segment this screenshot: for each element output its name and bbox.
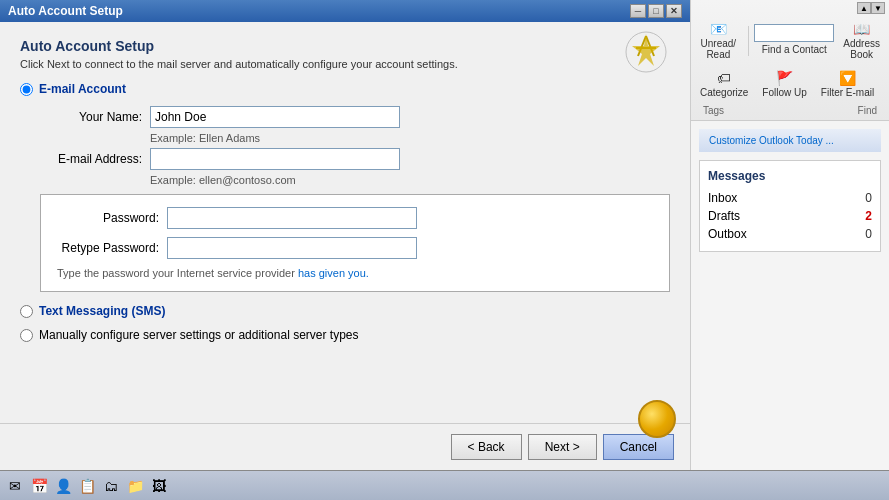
retype-password-row: Retype Password: xyxy=(57,237,653,259)
outlook-today-section: Customize Outlook Today ... Messages Inb… xyxy=(691,121,889,470)
email-address-row: E-mail Address: xyxy=(40,148,670,170)
email-account-option[interactable]: E-mail Account xyxy=(20,82,670,96)
your-name-input[interactable] xyxy=(150,106,400,128)
messages-title: Messages xyxy=(708,169,872,183)
taskbar-image-icon[interactable]: 🖼 xyxy=(148,475,170,497)
drafts-count: 2 xyxy=(865,209,872,223)
sms-option[interactable]: Text Messaging (SMS) xyxy=(20,304,670,318)
retype-password-label: Retype Password: xyxy=(57,241,167,255)
wizard-icon xyxy=(622,28,670,76)
cancel-button[interactable]: Cancel xyxy=(603,434,674,460)
dialog-content: Auto Account Setup Click Next to connect… xyxy=(0,22,690,423)
back-button[interactable]: < Back xyxy=(451,434,522,460)
taskbar-contacts-icon[interactable]: 👤 xyxy=(52,475,74,497)
maximize-button[interactable]: □ xyxy=(648,4,664,18)
email-address-hint: Example: ellen@contoso.com xyxy=(150,174,670,186)
password-box: Password: Retype Password: Type the pass… xyxy=(40,194,670,292)
messages-section: Messages Inbox 0 Drafts 2 Outbox 0 xyxy=(699,160,881,252)
separator-1 xyxy=(748,26,749,56)
outlook-today-header: Customize Outlook Today ... xyxy=(699,129,881,152)
dialog-title: Auto Account Setup xyxy=(8,4,123,18)
gold-coin-decoration xyxy=(638,400,676,438)
find-contact-button[interactable]: Find a Contact xyxy=(757,42,832,57)
dialog-subtitle: Click Next to connect to the mail server… xyxy=(20,58,670,70)
outbox-label: Outbox xyxy=(708,227,747,241)
outbox-count: 0 xyxy=(865,227,872,241)
dialog-area: Auto Account Setup ─ □ ✕ xyxy=(0,0,690,470)
email-address-input[interactable] xyxy=(150,148,400,170)
unread-read-icon: 📧 xyxy=(710,21,727,37)
follow-up-icon: 🚩 xyxy=(776,70,793,86)
filter-email-button[interactable]: 🔽 Filter E-mail xyxy=(816,67,879,101)
taskbar-notes-icon[interactable]: 🗂 xyxy=(100,475,122,497)
manual-option[interactable]: Manually configure server settings or ad… xyxy=(20,328,670,342)
right-panel: ▲ ▼ 📧 Unread/ Read Find a Contact 📖 xyxy=(690,0,889,470)
email-address-label: E-mail Address: xyxy=(40,152,150,166)
email-radio[interactable] xyxy=(20,83,33,96)
find-contact-input[interactable] xyxy=(754,24,834,42)
next-button[interactable]: Next > xyxy=(528,434,597,460)
password-row: Password: xyxy=(57,207,653,229)
inbox-label: Inbox xyxy=(708,191,737,205)
password-label: Password: xyxy=(57,211,167,225)
taskbar: ✉ 📅 👤 📋 🗂 📁 🖼 xyxy=(0,470,889,500)
your-name-row: Your Name: xyxy=(40,106,670,128)
toolbar-row-2: 🏷 Categorize 🚩 Follow Up 🔽 Filter E-mail xyxy=(695,65,885,103)
drafts-label: Drafts xyxy=(708,209,740,223)
tags-section-label: Tags xyxy=(699,103,728,118)
manual-label[interactable]: Manually configure server settings or ad… xyxy=(39,328,359,342)
svg-marker-4 xyxy=(632,34,660,66)
minimize-button[interactable]: ─ xyxy=(630,4,646,18)
taskbar-calendar-icon[interactable]: 📅 xyxy=(28,475,50,497)
customize-button[interactable]: Customize Outlook Today ... xyxy=(709,135,834,146)
filter-email-icon: 🔽 xyxy=(839,70,856,86)
your-name-hint: Example: Ellen Adams xyxy=(150,132,670,144)
taskbar-folder-icon[interactable]: 📁 xyxy=(124,475,146,497)
password-hint: Type the password your Internet service … xyxy=(57,267,653,279)
close-button[interactable]: ✕ xyxy=(666,4,682,18)
inbox-row: Inbox 0 xyxy=(708,189,872,207)
toolbar-row-1: 📧 Unread/ Read Find a Contact 📖 Address … xyxy=(695,16,885,65)
password-input[interactable] xyxy=(167,207,417,229)
dialog-main-title: Auto Account Setup xyxy=(20,38,670,54)
right-toolbar: ▲ ▼ 📧 Unread/ Read Find a Contact 📖 xyxy=(691,0,889,121)
your-name-label: Your Name: xyxy=(40,110,150,124)
dialog-footer: < Back Next > Cancel xyxy=(0,423,690,470)
outbox-row: Outbox 0 xyxy=(708,225,872,243)
drafts-row: Drafts 2 xyxy=(708,207,872,225)
unread-read-button[interactable]: 📧 Unread/ Read xyxy=(695,18,742,63)
scroll-up-button[interactable]: ▲ xyxy=(857,2,871,14)
find-section-label: Find xyxy=(854,103,881,118)
taskbar-tasks-icon[interactable]: 📋 xyxy=(76,475,98,497)
email-form-section: Your Name: Example: Ellen Adams E-mail A… xyxy=(40,106,670,292)
manual-radio[interactable] xyxy=(20,329,33,342)
email-account-label[interactable]: E-mail Account xyxy=(39,82,126,96)
categorize-button[interactable]: 🏷 Categorize xyxy=(695,67,753,101)
categorize-icon: 🏷 xyxy=(717,70,731,86)
dialog-titlebar: Auto Account Setup ─ □ ✕ xyxy=(0,0,690,22)
find-contact-group: Find a Contact xyxy=(754,24,834,57)
scroll-down-button[interactable]: ▼ xyxy=(871,2,885,14)
titlebar-controls: ─ □ ✕ xyxy=(630,4,682,18)
password-hint-link[interactable]: has given you. xyxy=(298,267,369,279)
address-book-icon: 📖 xyxy=(853,21,870,37)
retype-password-input[interactable] xyxy=(167,237,417,259)
dialog-header: Auto Account Setup Click Next to connect… xyxy=(20,38,670,70)
follow-up-button[interactable]: 🚩 Follow Up xyxy=(757,67,811,101)
inbox-count: 0 xyxy=(865,191,872,205)
address-book-button[interactable]: 📖 Address Book xyxy=(838,18,885,63)
sms-label[interactable]: Text Messaging (SMS) xyxy=(39,304,165,318)
taskbar-mail-icon[interactable]: ✉ xyxy=(4,475,26,497)
sms-radio[interactable] xyxy=(20,305,33,318)
